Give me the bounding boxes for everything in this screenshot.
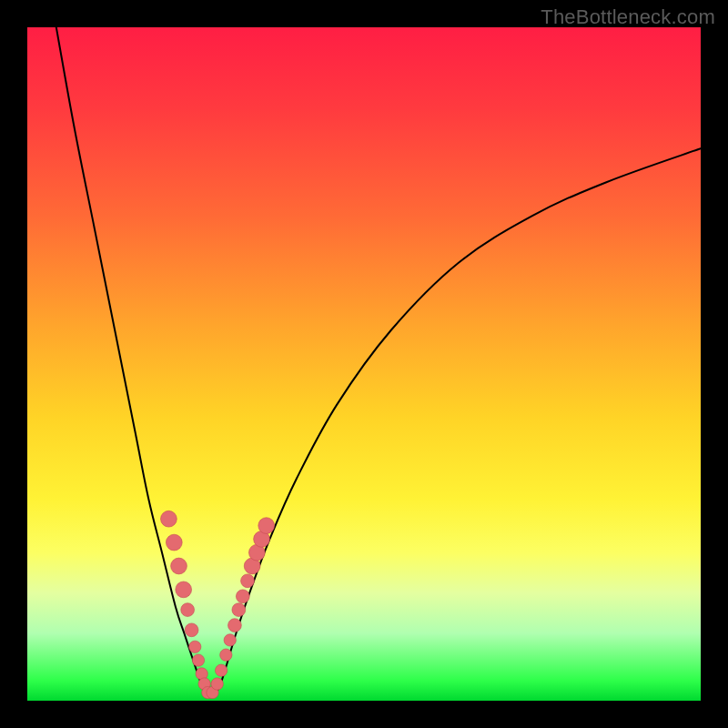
marker-point (220, 649, 232, 661)
marker-point (171, 558, 187, 574)
marker-point (185, 623, 198, 637)
curve-right-branch (213, 148, 702, 697)
plot-area (27, 27, 701, 701)
marker-point (228, 619, 242, 632)
marker-point (236, 590, 249, 603)
marker-point (192, 654, 204, 666)
marker-point (176, 581, 192, 598)
watermark-text: TheBottleneck.com (541, 5, 715, 29)
bottleneck-curve (56, 27, 701, 697)
chart-frame: TheBottleneck.com (0, 0, 728, 728)
marker-point (224, 634, 236, 646)
curve-layer (27, 27, 701, 701)
marker-group (161, 511, 275, 698)
marker-point (161, 511, 177, 527)
marker-point (211, 678, 223, 690)
marker-point (215, 664, 227, 676)
marker-point (258, 518, 275, 534)
marker-point (241, 574, 255, 588)
marker-point (232, 603, 246, 617)
marker-point (189, 641, 201, 652)
marker-point (166, 534, 182, 551)
marker-point (181, 603, 195, 617)
